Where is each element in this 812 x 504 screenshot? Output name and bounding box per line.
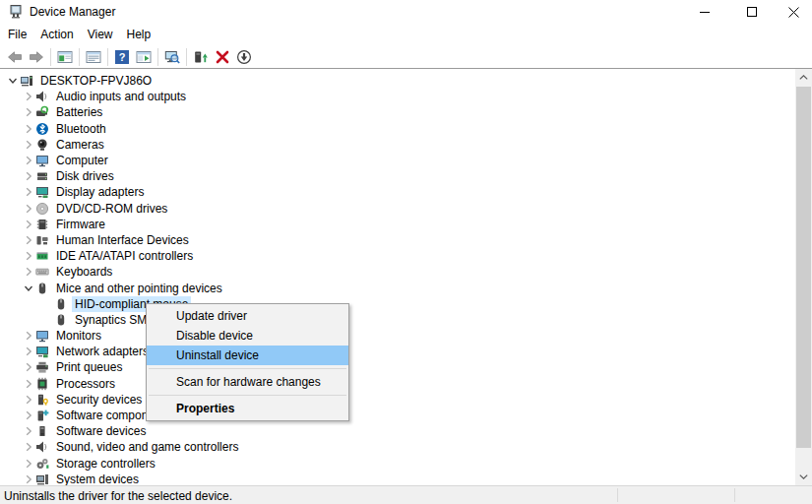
vertical-scrollbar[interactable] [795, 69, 812, 485]
chevron-right-icon[interactable] [21, 90, 35, 103]
chevron-right-icon[interactable] [21, 377, 35, 391]
chevron-right-icon[interactable] [21, 440, 35, 454]
tree-row-mice-and-other-pointing-devices[interactable]: Mice and other pointing devices [0, 280, 793, 295]
status-text: Uninstalls the driver for the selected d… [4, 489, 232, 503]
mouse-icon [54, 297, 70, 311]
chevron-right-icon[interactable] [21, 154, 35, 167]
menu-item-update-driver[interactable]: Update driver [147, 306, 348, 326]
menu-action[interactable]: Action [33, 25, 80, 44]
back-button[interactable] [4, 47, 26, 67]
chevron-right-icon[interactable] [21, 169, 35, 183]
forward-icon [29, 49, 44, 65]
tree-row-keyboards[interactable]: Keyboards [0, 264, 793, 280]
scroll-down-button[interactable] [795, 469, 812, 485]
sound-controller-icon [35, 440, 51, 454]
disable-device-icon [236, 49, 252, 65]
chevron-right-icon[interactable] [21, 345, 35, 358]
forward-button[interactable] [26, 47, 47, 67]
tree-row-label: Storage controllers [53, 456, 158, 472]
tree-row-security-devices[interactable]: Security devices [0, 392, 793, 408]
tree-row-processors[interactable]: Processors [0, 376, 793, 392]
chevron-right-icon[interactable] [21, 233, 35, 247]
chevron-right-icon[interactable] [21, 122, 35, 136]
chevron-right-icon[interactable] [21, 249, 35, 263]
chevron-right-icon[interactable] [21, 185, 35, 199]
menu-help[interactable]: Help [120, 25, 158, 44]
toolbar-separator [186, 48, 187, 66]
tree-row-software-components[interactable]: Software components [0, 408, 793, 423]
chevron-right-icon[interactable] [21, 424, 35, 438]
chevron-right-icon[interactable] [21, 265, 35, 279]
chevron-right-icon[interactable] [21, 329, 35, 343]
toolbar: ? [0, 45, 812, 69]
toolbar-separator [107, 48, 108, 66]
tree-row-batteries[interactable]: Batteries [0, 104, 793, 120]
show-console-tree-icon [57, 49, 73, 65]
chevron-right-icon[interactable] [21, 218, 35, 231]
network-adapter-icon [35, 345, 51, 358]
tree-row-label: Security devices [53, 392, 145, 408]
processor-icon [35, 377, 51, 391]
chevron-right-icon[interactable] [21, 409, 35, 422]
software-device-icon [35, 424, 51, 438]
uninstall-device-button[interactable] [212, 47, 233, 67]
tree-row-dvd-cd-rom-drives[interactable]: DVD/CD-ROM drives [0, 201, 793, 217]
tree-row-label: IDE ATA/ATAPI controllers [53, 248, 196, 264]
chevron-right-icon[interactable] [21, 457, 35, 471]
menu-item-properties[interactable]: Properties [147, 399, 348, 418]
menu-bar: FileActionViewHelp [0, 24, 812, 45]
tree-row-bluetooth[interactable]: Bluetooth [0, 121, 793, 137]
menu-item-disable-device[interactable]: Disable device [147, 326, 348, 346]
tree-row-sound-video-and-game-controllers[interactable]: Sound, video and game controllers [0, 439, 793, 455]
chevron-right-icon[interactable] [21, 138, 35, 152]
disable-device-button[interactable] [233, 47, 255, 67]
chevron-down-icon[interactable] [5, 74, 20, 88]
firmware-icon [35, 218, 51, 231]
menu-item-scan-hardware[interactable]: Scan for hardware changes [147, 372, 348, 392]
chevron-right-icon[interactable] [21, 360, 35, 374]
tree-row-human-interface-devices[interactable]: Human Interface Devices [0, 232, 793, 248]
tree-row-hid-compliant-mouse[interactable]: HID-compliant mouse [0, 296, 793, 312]
chevron-down-icon[interactable] [21, 282, 35, 295]
tree-row-monitors[interactable]: Monitors [0, 328, 793, 344]
tree-row-cameras[interactable]: Cameras [0, 137, 793, 153]
menu-separator [149, 368, 346, 369]
tree-row-display-adapters[interactable]: Display adapters [0, 184, 793, 200]
tree-row-software-devices[interactable]: Software devices [0, 423, 793, 439]
close-button[interactable] [777, 0, 810, 24]
show-action-pane-button[interactable] [133, 47, 155, 67]
tree-row-computer[interactable]: Computer [0, 153, 793, 168]
menu-item-uninstall-device[interactable]: Uninstall device [147, 346, 348, 365]
maximize-button[interactable] [735, 0, 769, 24]
scroll-up-button[interactable] [795, 69, 812, 86]
scrollbar-thumb[interactable] [796, 87, 811, 448]
show-console-tree-button[interactable] [54, 47, 76, 67]
chevron-right-icon[interactable] [21, 393, 35, 407]
chevron-right-icon[interactable] [21, 202, 35, 216]
chevron-right-icon[interactable] [21, 105, 35, 119]
tree-row-audio-inputs-and-outputs[interactable]: Audio inputs and outputs [0, 89, 793, 104]
help-button[interactable]: ? [111, 47, 133, 67]
tree-row-network-adapters[interactable]: Network adapters [0, 344, 793, 359]
disk-drive-icon [35, 169, 51, 183]
tree-row-storage-controllers[interactable]: Storage controllers [0, 456, 793, 472]
keyboard-icon [35, 265, 51, 279]
scan-hardware-button[interactable] [161, 47, 183, 67]
menu-view[interactable]: View [81, 25, 120, 44]
update-driver-button[interactable] [190, 47, 212, 67]
tree-row-firmware[interactable]: Firmware [0, 217, 793, 232]
properties-button[interactable] [83, 47, 104, 67]
device-tree-panel: DESKTOP-FPVJ86OAudio inputs and outputsB… [0, 69, 812, 485]
tree-row-disk-drives[interactable]: Disk drives [0, 168, 793, 184]
tree-row-desktop-fpvj86o[interactable]: DESKTOP-FPVJ86O [0, 73, 793, 89]
tree-row-ide-ata-atapi-controllers[interactable]: IDE ATA/ATAPI controllers [0, 248, 793, 264]
tree-row-synaptics-smbus[interactable]: Synaptics SMBus [0, 312, 793, 328]
menu-file[interactable]: File [1, 25, 33, 44]
status-bar: Uninstalls the driver for the selected d… [0, 485, 812, 504]
bluetooth-icon [35, 122, 51, 136]
tree-row-system-devices[interactable]: System devices [0, 472, 793, 485]
minimize-button[interactable] [688, 0, 721, 24]
window-title: Device Manager [30, 5, 115, 19]
chevron-right-icon[interactable] [21, 472, 35, 485]
tree-row-print-queues[interactable]: Print queues [0, 359, 793, 375]
